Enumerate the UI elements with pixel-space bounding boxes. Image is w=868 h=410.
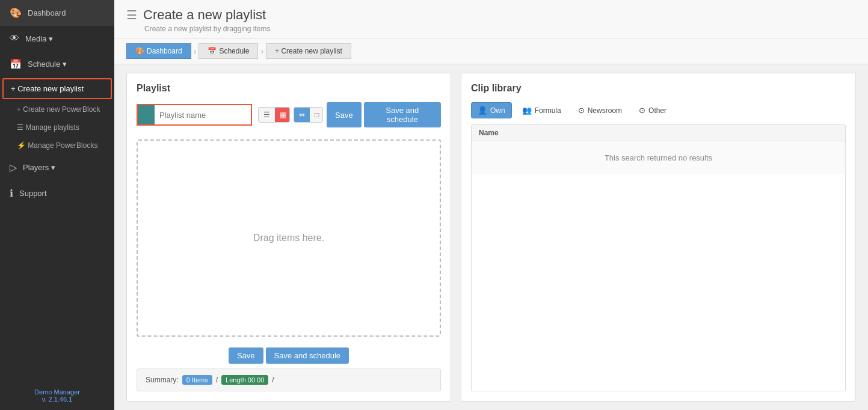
newsroom-tab-icon: ⊙ — [578, 106, 585, 115]
sidebar-item-dashboard[interactable]: 🎨 Dashboard — [0, 0, 114, 26]
breadcrumb-create-playlist[interactable]: + Create new playlist — [266, 43, 351, 59]
playlist-panel: Playlist ☰ ▦ ⇔ □ — [126, 73, 451, 402]
content-area: Playlist ☰ ▦ ⇔ □ — [114, 64, 868, 410]
playlist-panel-title: Playlist — [137, 83, 441, 94]
toggle-grid-btn[interactable]: ▦ — [275, 108, 290, 122]
clip-table-empty: This search returned no results — [472, 141, 845, 174]
clip-tab-newsroom[interactable]: ⊙ Newsroom — [571, 102, 629, 118]
drag-drop-area: Drag items here. — [137, 139, 441, 337]
clip-tab-own[interactable]: 👤 Own — [471, 102, 512, 118]
schedule-icon: 📅 — [10, 58, 22, 70]
breadcrumb-create-label: + Create new playlist — [275, 47, 342, 55]
page-header: ☰ Create a new playlist Create a new pla… — [114, 0, 868, 38]
sidebar-item-create-playlist[interactable]: + Create new playlist — [2, 78, 112, 99]
support-icon: ℹ — [10, 188, 13, 199]
slash-2: / — [272, 376, 274, 384]
version-number: v. 2.1.46.1 — [10, 396, 105, 403]
newsroom-tab-label: Newsroom — [588, 106, 622, 115]
toggle-list-btn[interactable]: ☰ — [259, 108, 275, 122]
items-badge: 0 Items — [182, 375, 212, 385]
toggle-layout-left-btn[interactable]: ⇔ — [294, 108, 310, 122]
sidebar-label-dashboard: Dashboard — [28, 8, 66, 17]
sidebar-item-players[interactable]: ▷ Players ▾ — [0, 155, 114, 180]
clip-table: Name This search returned no results — [471, 124, 846, 391]
dashboard-icon: 🎨 — [10, 7, 22, 19]
page-title-row: ☰ Create a new playlist — [126, 7, 856, 23]
clip-tab-formula[interactable]: 👥 Formula — [516, 102, 568, 118]
breadcrumb-arrow-2: › — [260, 46, 263, 56]
save-button-top[interactable]: Save — [327, 102, 362, 127]
formula-tab-label: Formula — [535, 106, 561, 115]
breadcrumb-arrow-1: › — [194, 46, 197, 56]
media-icon: 👁 — [10, 33, 19, 44]
view-toggle-group: ☰ ▦ — [258, 107, 290, 123]
other-tab-label: Other — [648, 106, 666, 115]
top-action-btns: Save Save and schedule — [327, 102, 441, 127]
sidebar-item-media[interactable]: 👁 Media ▾ — [0, 26, 114, 51]
length-badge: Length 00:00 — [221, 375, 268, 385]
sidebar-label-schedule: Schedule ▾ — [28, 60, 67, 69]
page-subtitle: Create a new playlist by dragging items — [126, 25, 856, 33]
color-swatch[interactable] — [138, 105, 155, 124]
clip-table-header: Name — [472, 125, 845, 141]
version-label: Demo Manager — [10, 388, 105, 396]
breadcrumb-dashboard-icon: 🎨 — [135, 47, 144, 55]
sidebar-label-create-playlist: + Create new playlist — [11, 84, 84, 93]
breadcrumb-schedule-icon: 📅 — [208, 47, 217, 55]
own-tab-icon: 👤 — [478, 106, 487, 115]
save-schedule-button-top[interactable]: Save and schedule — [364, 102, 441, 127]
sidebar-item-manage-playlists[interactable]: ☰ Manage playlists — [0, 118, 114, 136]
breadcrumb-schedule-label: Schedule — [219, 47, 249, 55]
sidebar-label-manage-playlists: ☰ Manage playlists — [17, 123, 79, 132]
sidebar-label-create-powerblock: + Create new PowerBlock — [17, 105, 100, 114]
sidebar-item-schedule[interactable]: 📅 Schedule ▾ — [0, 51, 114, 77]
sidebar-label-players: Players ▾ — [23, 163, 55, 172]
sidebar-label-media: Media ▾ — [25, 34, 53, 43]
drag-area-text: Drag items here. — [253, 233, 324, 243]
sidebar-label-support: Support — [19, 189, 47, 198]
clip-library-panel: Clip library 👤 Own 👥 Formula ⊙ Newsroom … — [461, 73, 856, 402]
page-title: Create a new playlist — [143, 7, 266, 23]
playlist-name-wrapper — [137, 104, 252, 126]
slash-1: / — [216, 376, 218, 384]
page-title-icon: ☰ — [126, 8, 137, 22]
summary-bar: Summary: 0 Items / Length 00:00 / — [137, 369, 441, 391]
save-schedule-button-bottom[interactable]: Save and schedule — [266, 347, 349, 364]
layout-toggle-group: ⇔ □ — [294, 107, 323, 123]
breadcrumb-dashboard-label: Dashboard — [147, 47, 182, 55]
players-icon: ▷ — [10, 162, 17, 173]
breadcrumb: 🎨 Dashboard › 📅 Schedule › + Create new … — [114, 38, 868, 64]
save-button-bottom[interactable]: Save — [229, 347, 263, 364]
clip-tabs: 👤 Own 👥 Formula ⊙ Newsroom ⊙ Other — [471, 102, 846, 118]
main-content: ☰ Create a new playlist Create a new pla… — [114, 0, 868, 410]
control-buttons: ☰ ▦ ⇔ □ Save Save and schedule — [258, 102, 441, 127]
sidebar-item-create-powerblock[interactable]: + Create new PowerBlock — [0, 100, 114, 118]
playlist-controls-row: ☰ ▦ ⇔ □ Save Save and schedule — [137, 102, 441, 127]
clip-library-title: Clip library — [471, 83, 846, 94]
playlist-name-input[interactable] — [155, 108, 251, 123]
sidebar-label-manage-powerblocks: ⚡ Manage PowerBlocks — [17, 141, 97, 150]
summary-label: Summary: — [146, 376, 179, 384]
formula-tab-icon: 👥 — [522, 106, 532, 115]
other-tab-icon: ⊙ — [639, 106, 645, 115]
toggle-layout-right-btn[interactable]: □ — [310, 108, 323, 122]
sidebar: 🎨 Dashboard 👁 Media ▾ 📅 Schedule ▾ + Cre… — [0, 0, 114, 410]
own-tab-label: Own — [490, 106, 505, 115]
sidebar-item-support[interactable]: ℹ Support — [0, 180, 114, 206]
version-info: Demo Manager v. 2.1.46.1 — [0, 381, 114, 410]
breadcrumb-dashboard[interactable]: 🎨 Dashboard — [126, 43, 191, 59]
sidebar-item-manage-powerblocks[interactable]: ⚡ Manage PowerBlocks — [0, 136, 114, 155]
breadcrumb-schedule[interactable]: 📅 Schedule — [199, 43, 258, 59]
clip-tab-other[interactable]: ⊙ Other — [632, 102, 673, 118]
bottom-action-btns: Save Save and schedule — [137, 347, 441, 364]
